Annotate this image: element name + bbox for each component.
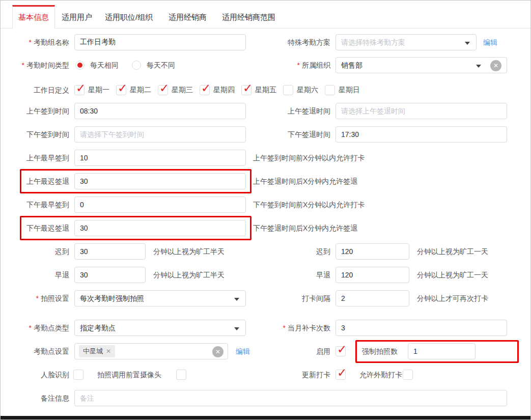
pm-latest-input[interactable] [74,220,246,236]
row-workdays: 工作日定义 星期一 星期二 星期三 星期四 星期五 星期六 星期日 [1,82,530,98]
early-full-input[interactable] [336,267,409,283]
photo-setting-select[interactable]: 每次考勤时强制拍照 [74,290,246,306]
required-mark: * [29,324,32,332]
am-latest-input[interactable] [74,173,246,189]
row-point-setting: 考勤点设置 中星城✕ ✕ 编辑 启用 强制拍照数 [1,343,530,359]
row-early-leave: 早退 分钟以上视为旷工半天 早退 分钟以上视为旷工一天 [1,267,530,283]
forced-photo-count-input[interactable] [408,343,476,359]
row-am-times: 上午签到时间 上午签退时间 [1,103,530,119]
tab-applicable-dealer-scope[interactable]: 适用经销商范围 [222,6,275,29]
tab-applicable-dealers[interactable]: 适用经销商 [169,6,207,29]
am-checkin-label: 上午签到时间 [1,103,69,119]
makeup-count-input[interactable] [336,320,507,336]
point-setting-field[interactable]: 中星城✕ ✕ [74,343,228,359]
outside-punch-checkbox[interactable] [403,370,413,380]
wednesday-checkbox[interactable] [158,85,168,95]
pm-earliest-label: 下午最早签到 [1,197,69,213]
front-camera-checkbox[interactable] [176,370,186,380]
row-time-type: *考勤时间类型 每天相同 每天不同 *所属组织 销售部 ✕ [1,57,530,73]
enabled-checkbox[interactable] [336,346,346,356]
chevron-down-icon [234,327,239,330]
face-recognition-checkbox[interactable] [73,370,83,380]
tab-basic-info[interactable]: 基本信息 [12,5,55,29]
special-plan-label: 特殊考勤方案 [244,34,330,50]
pm-checkin-input[interactable] [74,126,246,143]
monday-checkbox[interactable] [74,85,85,95]
organization-label: *所属组织 [244,57,330,73]
row-photo-setting: *拍照设置 每次考勤时强制拍照 打卡间隔 分钟以上才可再次打卡 [1,290,530,306]
special-plan-select[interactable]: 请选择特殊考勤方案 [336,34,477,50]
point-type-select[interactable]: 指定考勤点 [74,320,246,336]
row-group-name: *考勤组名称 特殊考勤方案 请选择特殊考勤方案 编辑 [1,34,530,50]
late-full-input[interactable] [336,243,409,260]
pm-checkout-input[interactable] [336,126,507,143]
point-type-value: 指定考勤点 [80,320,116,335]
workday-item: 星期三 [158,85,193,95]
clear-icon[interactable]: ✕ [212,346,223,357]
workday-item: 星期一 [74,85,109,95]
punch-interval-input[interactable] [336,290,409,306]
friday-checkbox[interactable] [241,85,251,95]
early-half-input[interactable] [74,267,146,283]
required-mark: * [36,294,39,302]
early-half-hint: 分钟以上视为旷工半天 [153,267,225,283]
tab-bar: 基本信息 适用用户 适用职位/组织 适用经销商 适用经销商范围 [1,1,530,29]
pm-latest-hint: 下午签退时间后X分钟内允许签退 [253,220,357,236]
punch-interval-hint: 分钟以上才可再次打卡 [417,290,488,306]
remark-label: 备注信息 [1,390,69,406]
organization-select[interactable]: 销售部 ✕ [336,57,507,73]
group-name-input[interactable] [74,34,246,50]
required-mark: * [283,324,286,332]
chevron-down-icon [234,298,239,301]
pm-earliest-input[interactable] [74,197,246,213]
row-remark: 备注信息 [1,390,530,406]
radio-diff-everyday[interactable] [132,61,141,70]
forced-photo-count-label: 强制拍照数 [362,343,398,359]
am-earliest-input[interactable] [74,150,246,166]
row-pm-times: 下午签到时间 下午签退时间 [1,126,530,143]
update-punch-checkbox[interactable] [336,370,346,380]
am-earliest-label: 上午最早签到 [1,150,69,166]
tag-remove-icon[interactable]: ✕ [106,348,111,355]
radio-same-everyday[interactable] [75,61,85,70]
sunday-checkbox[interactable] [325,85,335,95]
am-checkin-input[interactable] [74,103,246,119]
am-latest-label: 上午最迟签退 [1,173,69,189]
required-mark: * [297,61,300,69]
point-tag: 中星城✕ [79,345,115,357]
pm-latest-label: 下午最迟签退 [1,220,69,236]
workdays-label: 工作日定义 [1,82,69,98]
clear-icon[interactable]: ✕ [490,60,501,71]
front-camera-label: 拍照调用前置摄像头 [97,367,161,383]
late-half-hint: 分钟以上视为旷工半天 [153,243,225,260]
row-late: 迟到 分钟以上视为旷工半天 迟到 分钟以上视为旷工一天 [1,243,530,260]
workday-item: 星期五 [241,85,276,95]
early-full-hint: 分钟以上视为旷工一天 [417,267,488,283]
remark-input[interactable] [74,390,507,406]
outside-punch-label: 允许外勤打卡 [359,367,402,383]
row-am-latest: 上午最迟签退 上午签退时间后X分钟内允许签退 [1,173,530,189]
photo-setting-value: 每次考勤时强制拍照 [80,291,144,306]
point-type-label: *考勤点类型 [1,320,69,336]
pm-earliest-hint: 下午签到时间前X分钟以内允许打卡 [253,197,365,213]
radio-diff-everyday-label: 每天不同 [147,57,175,73]
chevron-down-icon [465,42,470,45]
am-earliest-hint: 上午签到时间前X分钟以内允许打卡 [253,150,365,166]
am-checkout-input[interactable] [336,103,507,119]
am-checkout-label: 上午签退时间 [244,103,330,119]
special-plan-placeholder: 请选择特殊考勤方案 [341,35,405,50]
tab-applicable-users[interactable]: 适用用户 [62,6,92,29]
tab-applicable-positions[interactable]: 适用职位/组织 [105,6,153,29]
punch-interval-label: 打卡间隔 [244,290,330,306]
late-half-input[interactable] [74,243,146,260]
tuesday-checkbox[interactable] [116,85,126,95]
saturday-checkbox[interactable] [283,85,293,95]
required-mark: * [22,61,24,69]
row-pm-earliest: 下午最早签到 下午签到时间前X分钟以内允许打卡 [1,197,530,213]
special-plan-edit-link[interactable]: 编辑 [483,34,497,50]
point-setting-label: 考勤点设置 [1,343,69,359]
row-am-earliest: 上午最早签到 上午签到时间前X分钟以内允许打卡 [1,150,530,166]
row-checkbox-options: 人脸识别 拍照调用前置摄像头 更新打卡 允许外勤打卡 [1,367,530,383]
thursday-checkbox[interactable] [200,85,210,95]
late-full-label: 迟到 [244,243,330,260]
